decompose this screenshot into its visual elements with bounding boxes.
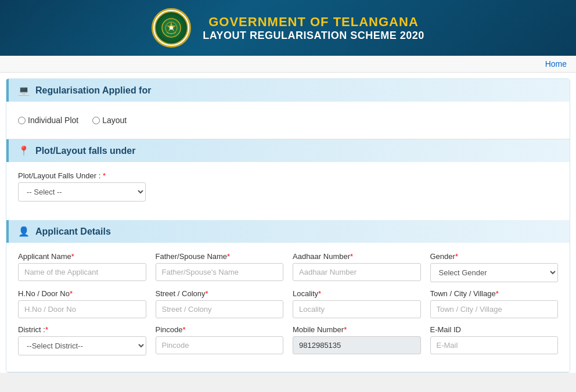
regularisation-section: 💻 Regularisation Applied for Individual … (6, 79, 570, 139)
district-label: District :* (18, 325, 146, 334)
pincode-input[interactable] (156, 336, 284, 354)
plot-falls-under-group: Plot/Layout Falls Under : * -- Select --… (18, 171, 146, 202)
individual-plot-option[interactable]: Individual Plot (18, 116, 78, 125)
government-emblem (152, 8, 191, 48)
email-id-group: E-Mail ID (430, 325, 559, 355)
father-spouse-name-group: Father/Spouse Name* (156, 252, 284, 282)
main-content: Home 💻 Regularisation Applied for Indivi… (0, 56, 576, 373)
pincode-label: Pincode* (156, 325, 284, 334)
header-text-block: GOVERNMENT OF TELANGANA LAYOUT REGULARIS… (203, 15, 424, 42)
layout-label: Layout (102, 116, 127, 125)
hno-door-no-input[interactable] (18, 300, 146, 318)
home-link[interactable]: Home (545, 59, 567, 69)
regularisation-section-header: 💻 Regularisation Applied for (6, 79, 570, 102)
svg-point-2 (170, 26, 173, 30)
plot-layout-section-title: Plot/Layout falls under (35, 146, 135, 156)
email-id-input[interactable] (430, 336, 559, 354)
regularisation-section-title: Regularisation Applied for (35, 85, 151, 96)
emblem-inner (154, 11, 188, 45)
applicant-row-2: H.No / Door No* Street / Colony* Localit… (18, 289, 558, 325)
mobile-number-input[interactable] (293, 336, 421, 354)
applicant-name-label: Applicant Name* (18, 252, 146, 261)
district-group: District :* --Select District-- Hyderaba… (18, 325, 146, 355)
aadhaar-number-group: Aadhaar Number* (293, 252, 421, 282)
layout-radio[interactable] (92, 117, 100, 124)
applicant-name-input[interactable] (18, 263, 146, 281)
sections-wrapper: 💻 Regularisation Applied for Individual … (6, 78, 570, 373)
plot-falls-under-label: Plot/Layout Falls Under : * (18, 171, 146, 180)
applicant-name-group: Applicant Name* (18, 252, 146, 282)
hno-door-no-label: H.No / Door No* (18, 289, 146, 298)
gender-select[interactable]: Select Gender Male Female Transgender (430, 263, 559, 282)
monitor-icon: 💻 (18, 85, 30, 96)
town-city-village-input[interactable] (430, 300, 559, 318)
mobile-number-group: Mobile Number* (293, 325, 421, 355)
town-city-village-label: Town / City / Village* (430, 289, 559, 298)
pincode-group: Pincode* (156, 325, 284, 355)
page-header: GOVERNMENT OF TELANGANA LAYOUT REGULARIS… (0, 0, 576, 56)
header-subtitle: LAYOUT REGULARISATION SCHEME 2020 (203, 30, 424, 42)
plot-layout-section: 📍 Plot/Layout falls under Plot/Layout Fa… (6, 139, 570, 220)
header-title: GOVERNMENT OF TELANGANA (203, 15, 424, 30)
user-icon: 👤 (18, 226, 30, 237)
street-colony-input[interactable] (156, 300, 284, 318)
applicant-row-3: District :* --Select District-- Hyderaba… (18, 325, 558, 362)
mobile-number-label: Mobile Number* (293, 325, 421, 334)
street-colony-label: Street / Colony* (156, 289, 284, 298)
individual-plot-label: Individual Plot (28, 116, 78, 125)
plot-layout-section-header: 📍 Plot/Layout falls under (6, 139, 570, 162)
applicant-details-section-title: Applicant Details (35, 226, 111, 237)
applicant-row-1: Applicant Name* Father/Spouse Name* Aadh… (18, 252, 558, 289)
father-spouse-name-label: Father/Spouse Name* (156, 252, 284, 261)
district-select[interactable]: --Select District-- Hyderabad Rangareddy… (18, 336, 146, 355)
hno-door-no-group: H.No / Door No* (18, 289, 146, 318)
gender-group: Gender* Select Gender Male Female Transg… (430, 252, 559, 282)
home-bar: Home (0, 56, 576, 73)
applicant-details-section-body: Applicant Name* Father/Spouse Name* Aadh… (6, 243, 570, 372)
map-icon: 📍 (18, 145, 30, 156)
regularisation-section-body: Individual Plot Layout (6, 102, 570, 139)
applicant-details-section: 👤 Applicant Details Applicant Name* Fath… (6, 220, 570, 372)
aadhaar-number-label: Aadhaar Number* (293, 252, 421, 261)
email-id-label: E-Mail ID (430, 325, 559, 334)
layout-option[interactable]: Layout (92, 116, 127, 125)
required-star: * (103, 171, 106, 180)
locality-group: Locality* (293, 289, 421, 318)
town-city-village-group: Town / City / Village* (430, 289, 559, 318)
locality-label: Locality* (293, 289, 421, 298)
plot-falls-under-select[interactable]: -- Select -- GHMC HMDA Municipal Corpora… (18, 182, 146, 202)
locality-input[interactable] (293, 300, 421, 318)
plot-layout-section-body: Plot/Layout Falls Under : * -- Select --… (6, 162, 570, 220)
applicant-details-section-header: 👤 Applicant Details (6, 220, 570, 243)
father-spouse-name-input[interactable] (156, 263, 284, 281)
aadhaar-number-input[interactable] (293, 263, 421, 281)
street-colony-group: Street / Colony* (156, 289, 284, 318)
application-type-radio-group: Individual Plot Layout (18, 111, 558, 130)
individual-plot-radio[interactable] (18, 117, 26, 124)
gender-label: Gender* (430, 252, 559, 261)
